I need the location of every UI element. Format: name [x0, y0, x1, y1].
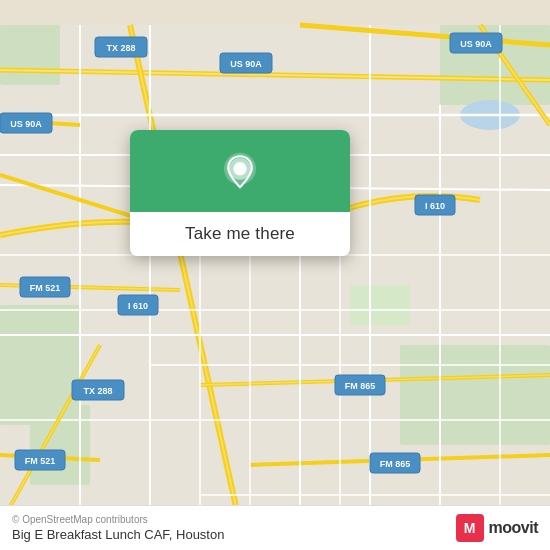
svg-text:I 610: I 610	[128, 301, 148, 311]
svg-text:TX 288: TX 288	[106, 43, 135, 53]
bottom-bar: © OpenStreetMap contributors Big E Break…	[0, 505, 550, 550]
copyright-text: © OpenStreetMap contributors	[12, 514, 224, 525]
map-background: TX 288 US 90A US 90A I 610 I 610 FM 521 …	[0, 0, 550, 550]
svg-rect-4	[0, 25, 60, 85]
moovit-logo: M moovit	[456, 514, 538, 542]
svg-text:FM 521: FM 521	[30, 283, 61, 293]
location-card: Take me there	[130, 130, 350, 256]
svg-text:US 90A: US 90A	[230, 59, 262, 69]
bottom-info: © OpenStreetMap contributors Big E Break…	[12, 514, 224, 542]
svg-point-69	[233, 162, 246, 175]
svg-rect-2	[400, 345, 550, 445]
location-name: Big E Breakfast Lunch CAF, Houston	[12, 527, 224, 542]
svg-text:I 610: I 610	[425, 201, 445, 211]
take-me-there-button[interactable]: Take me there	[175, 222, 305, 246]
map-pin-icon	[219, 152, 261, 194]
card-bottom: Take me there	[130, 212, 350, 256]
svg-text:US 90A: US 90A	[10, 119, 42, 129]
moovit-icon: M	[456, 514, 484, 542]
svg-rect-6	[350, 285, 410, 325]
map-container: TX 288 US 90A US 90A I 610 I 610 FM 521 …	[0, 0, 550, 550]
svg-text:FM 521: FM 521	[25, 456, 56, 466]
svg-text:FM 865: FM 865	[380, 459, 411, 469]
svg-text:TX 288: TX 288	[83, 386, 112, 396]
moovit-text: moovit	[489, 519, 538, 537]
card-top-green	[130, 130, 350, 212]
svg-text:US 90A: US 90A	[460, 39, 492, 49]
svg-text:FM 865: FM 865	[345, 381, 376, 391]
